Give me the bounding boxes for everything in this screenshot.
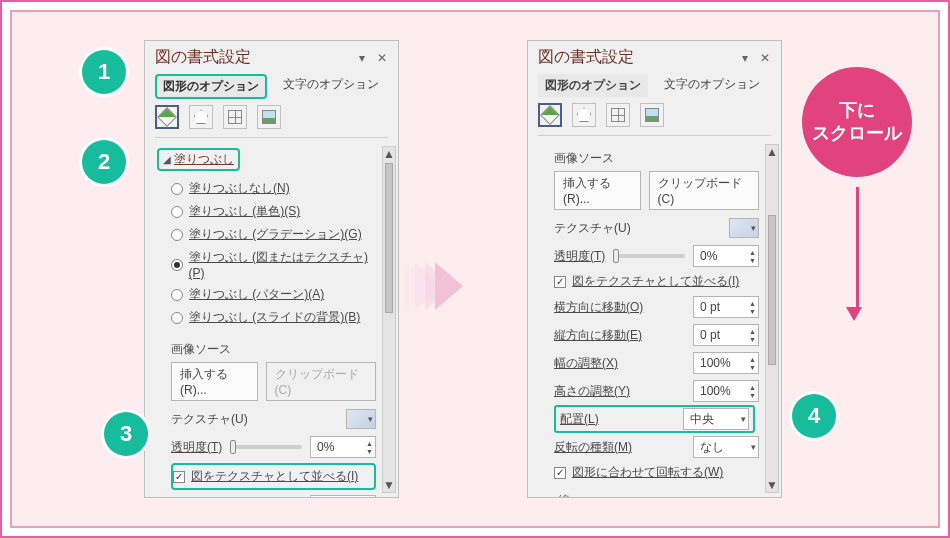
scale-y-value[interactable]: 100%▲▼ (693, 380, 759, 402)
scroll-down-icon[interactable]: ▼ (766, 478, 778, 492)
alignment-row[interactable]: 配置(L) 中央▾ (554, 405, 755, 433)
offset-x-value[interactable]: 0 pt▲▼ (693, 296, 759, 318)
close-icon[interactable]: ✕ (759, 52, 771, 64)
format-pane-left: 図の書式設定 ▾ ✕ 図形のオプション 文字のオプション ◢ 塗りつぶし 塗りつ… (144, 40, 399, 498)
radio-solid-fill[interactable]: 塗りつぶし (単色)(S) (171, 200, 376, 223)
clipboard-button[interactable]: クリップボード(C) (649, 171, 759, 210)
options-dropdown-icon[interactable]: ▾ (739, 52, 751, 64)
scrollbar[interactable]: ▲ ▼ (765, 144, 779, 493)
texture-label: テクスチャ(U) (171, 411, 248, 428)
clipboard-button: クリップボード(C) (266, 362, 376, 401)
radio-no-fill[interactable]: 塗りつぶしなし(N) (171, 177, 376, 200)
fill-line-icon[interactable] (538, 103, 562, 127)
step-badge-1: 1 (82, 50, 126, 94)
mirror-label: 反転の種類(M) (554, 439, 632, 456)
tri-right-icon: ▷ (546, 495, 554, 497)
picture-icon[interactable] (257, 105, 281, 129)
offset-y-value[interactable]: 0 pt▲▼ (693, 324, 759, 346)
radio-picture-fill[interactable]: 塗りつぶし (図またはテクスチャ)(P) (171, 246, 376, 283)
opacity-value[interactable]: 0%▲▼ (310, 436, 376, 458)
tri-down-icon: ◢ (163, 154, 171, 165)
options-dropdown-icon[interactable]: ▾ (356, 52, 368, 64)
texture-picker[interactable]: ▾ (729, 218, 759, 238)
scale-x-value[interactable]: 100%▲▼ (693, 352, 759, 374)
insert-picture-button[interactable]: 挿入する(R)... (171, 362, 258, 401)
radio-pattern-fill[interactable]: 塗りつぶし (パターン)(A) (171, 283, 376, 306)
rotate-with-shape-checkbox[interactable]: ✓図形に合わせて回転する(W) (554, 461, 759, 484)
scroll-up-icon[interactable]: ▲ (383, 147, 395, 161)
scroll-up-icon[interactable]: ▲ (766, 145, 778, 159)
texture-picker[interactable]: ▾ (346, 409, 376, 429)
step-badge-3: 3 (104, 412, 148, 456)
arrow-down-icon (852, 187, 862, 321)
mirror-select[interactable]: なし▾ (693, 436, 759, 458)
arrow-right-icon (435, 262, 463, 310)
effects-icon[interactable] (189, 105, 213, 129)
step-badge-4: 4 (792, 394, 836, 438)
format-pane-right: 図の書式設定 ▾ ✕ 図形のオプション 文字のオプション 画像ソース 挿入する(… (527, 40, 782, 498)
tile-checkbox[interactable]: ✓図をテクスチャとして並べる(I) (171, 463, 376, 490)
opacity-value[interactable]: 0%▲▼ (693, 245, 759, 267)
close-icon[interactable]: ✕ (376, 52, 388, 64)
radio-gradient-fill[interactable]: 塗りつぶし (グラデーション)(G) (171, 223, 376, 246)
size-properties-icon[interactable] (223, 105, 247, 129)
scale-y-label: 高さの調整(Y) (554, 383, 630, 400)
picture-source-label: 画像ソース (171, 337, 376, 360)
scale-x-label: 幅の調整(X) (554, 355, 618, 372)
tab-shape-options[interactable]: 図形のオプション (155, 74, 267, 99)
insert-picture-button[interactable]: 挿入する(R)... (554, 171, 641, 210)
tab-text-options[interactable]: 文字のオプション (277, 74, 385, 99)
panel-title: 図の書式設定 (155, 47, 348, 68)
offset-y-label: 縦方向に移動(E) (554, 327, 642, 344)
scroll-down-icon[interactable]: ▼ (383, 478, 395, 492)
effects-icon[interactable] (572, 103, 596, 127)
tab-text-options[interactable]: 文字のオプション (658, 74, 766, 97)
opacity-slider[interactable] (230, 445, 302, 449)
section-line[interactable]: ▷ 線 (544, 486, 759, 497)
section-fill[interactable]: ◢ 塗りつぶし (155, 146, 376, 173)
opacity-label: 透明度(T) (171, 439, 222, 456)
step-badge-2: 2 (82, 140, 126, 184)
radio-slidebg-fill[interactable]: 塗りつぶし (スライドの背景)(B) (171, 306, 376, 329)
offset-x-value[interactable]: 0 pt▲▼ (310, 495, 376, 497)
alignment-select[interactable]: 中央▾ (683, 408, 749, 430)
scrollbar[interactable]: ▲ ▼ (382, 146, 396, 493)
picture-icon[interactable] (640, 103, 664, 127)
offset-x-label: 横方向に移動(O) (554, 299, 643, 316)
tab-shape-options[interactable]: 図形のオプション (538, 74, 648, 97)
picture-source-label: 画像ソース (554, 146, 759, 169)
texture-label: テクスチャ(U) (554, 220, 631, 237)
panel-title: 図の書式設定 (538, 47, 731, 68)
opacity-label: 透明度(T) (554, 248, 605, 265)
fill-line-icon[interactable] (155, 105, 179, 129)
tile-checkbox[interactable]: ✓図をテクスチャとして並べる(I) (554, 270, 759, 293)
size-properties-icon[interactable] (606, 103, 630, 127)
callout-scroll-down: 下に スクロール (802, 67, 912, 177)
opacity-slider[interactable] (613, 254, 685, 258)
